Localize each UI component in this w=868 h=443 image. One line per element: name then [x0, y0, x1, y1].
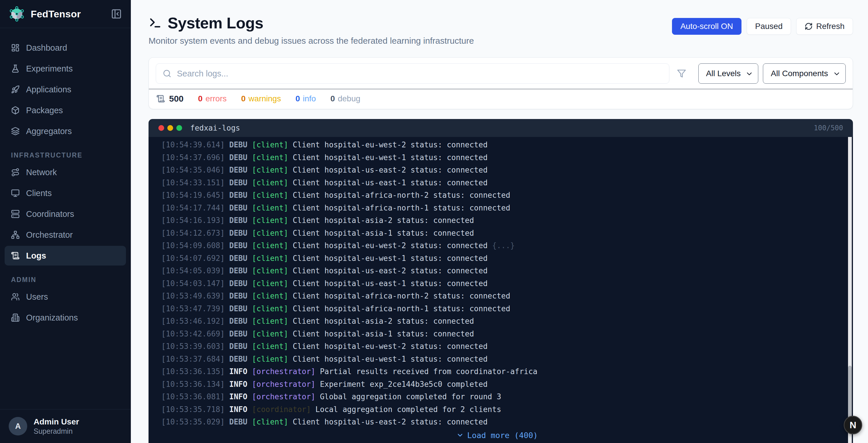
sidebar-item-orchestrator[interactable]: Orchestrator [5, 225, 126, 245]
route-icon [11, 168, 20, 177]
sidebar-item-applications[interactable]: Applications [5, 80, 126, 99]
log-timestamp: [10:54:09.608] [161, 241, 229, 250]
log-timestamp: [10:54:16.193] [161, 216, 229, 225]
search-input[interactable] [156, 63, 670, 84]
chevron-down-icon [833, 70, 841, 78]
log-message: Client hospital-africa-north-2 status: c… [293, 191, 510, 199]
load-more-button[interactable]: Load more (400) [161, 431, 833, 440]
terminal-scrollbar-track[interactable] [848, 137, 852, 443]
log-level: DEBU [229, 178, 252, 187]
log-level: DEBU [229, 304, 252, 313]
refresh-button[interactable]: Refresh [796, 18, 853, 35]
chevron-down-icon [456, 432, 464, 439]
log-line[interactable]: [10:54:19.645] DEBU [client] Client hosp… [161, 189, 833, 202]
log-line[interactable]: [10:54:33.151] DEBU [client] Client hosp… [161, 177, 833, 189]
log-timestamp: [10:53:36.134] [161, 380, 229, 388]
log-line[interactable]: [10:53:35.029] DEBU [client] Client hosp… [161, 416, 833, 429]
log-level: DEBU [229, 417, 252, 426]
log-component: [client] [252, 140, 293, 149]
log-line[interactable]: [10:54:17.744] DEBU [client] Client hosp… [161, 202, 833, 215]
sidebar-item-packages[interactable]: Packages [5, 100, 126, 120]
sidebar-item-dashboard[interactable]: Dashboard [5, 38, 126, 58]
sidebar-item-label: Coordinators [26, 209, 74, 219]
sidebar-item-users[interactable]: Users [5, 287, 126, 307]
log-line[interactable]: [10:54:16.193] DEBU [client] Client hosp… [161, 214, 833, 227]
log-lines: [10:54:39.614] DEBU [client] Client hosp… [161, 139, 833, 429]
log-message: Client hospital-us-east-1 status: connec… [293, 178, 488, 187]
log-component: [client] [252, 317, 293, 325]
sidebar-item-label: Organizations [26, 313, 78, 322]
log-level: DEBU [229, 266, 252, 275]
sidebar-item-label: Aggregators [26, 127, 72, 136]
sidebar-item-experiments[interactable]: Experiments [5, 59, 126, 78]
log-line[interactable]: [10:53:47.739] DEBU [client] Client hosp… [161, 303, 833, 315]
page-subtitle: Monitor system events and debug issues a… [149, 36, 474, 46]
log-level: DEBU [229, 355, 252, 363]
log-message: Client hospital-us-east-2 status: connec… [293, 166, 488, 174]
log-message: Client hospital-us-east-2 status: connec… [293, 417, 488, 426]
log-line[interactable]: [10:54:09.608] DEBU [client] Client hosp… [161, 240, 833, 252]
log-line[interactable]: [10:54:37.696] DEBU [client] Client hosp… [161, 152, 833, 164]
log-line[interactable]: [10:54:39.614] DEBU [client] Client hosp… [161, 139, 833, 152]
log-line[interactable]: [10:53:42.669] DEBU [client] Client hosp… [161, 328, 833, 341]
panel-collapse-icon [111, 8, 122, 20]
log-level: DEBU [229, 279, 252, 288]
monitor-icon [11, 189, 20, 197]
sidebar-item-organizations[interactable]: Organizations [5, 308, 126, 327]
log-extra: {...} [488, 241, 515, 250]
sidebar-item-network[interactable]: Network [5, 162, 126, 182]
sidebar-item-clients[interactable]: Clients [5, 183, 126, 203]
log-component: [client] [252, 241, 293, 250]
sidebar-collapse-button[interactable] [111, 8, 122, 20]
log-level: DEBU [229, 342, 252, 351]
log-line[interactable]: [10:54:07.692] DEBU [client] Client hosp… [161, 252, 833, 265]
log-line[interactable]: [10:53:36.135] INFO [orchestrator] Parti… [161, 366, 833, 378]
sidebar-item-logs[interactable]: Logs [5, 246, 126, 265]
window-traffic-lights [158, 125, 182, 131]
filter-card: All Levels All Components 500 0errors 0w… [149, 57, 853, 109]
sidebar-item-label: Logs [26, 251, 46, 261]
log-level: INFO [229, 367, 252, 376]
rocket-icon [11, 85, 20, 94]
sidebar-nav: Dashboard Experiments Applications Packa… [0, 28, 131, 409]
log-line[interactable]: [10:53:39.603] DEBU [client] Client hosp… [161, 340, 833, 353]
log-level: DEBU [229, 191, 252, 199]
package-icon [11, 106, 20, 115]
log-line[interactable]: [10:54:03.147] DEBU [client] Client hosp… [161, 277, 833, 290]
log-line[interactable]: [10:53:36.081] INFO [orchestrator] Globa… [161, 390, 833, 403]
log-message: Client hospital-eu-west-2 status: connec… [293, 342, 488, 351]
page-header: System Logs Monitor system events and de… [149, 14, 853, 46]
log-line[interactable]: [10:53:46.192] DEBU [client] Client hosp… [161, 315, 833, 328]
chevron-down-icon [745, 70, 753, 78]
log-line[interactable]: [10:53:36.134] INFO [orchestrator] Exper… [161, 378, 833, 391]
log-line[interactable]: [10:53:37.684] DEBU [client] Client hosp… [161, 353, 833, 366]
autoscroll-button[interactable]: Auto-scroll ON [672, 18, 742, 35]
log-line[interactable]: [10:53:35.718] INFO [coordinator] Local … [161, 403, 833, 416]
log-message: Client hospital-us-east-2 status: connec… [293, 266, 488, 275]
sidebar-item-label: Network [26, 168, 57, 177]
brand-row: FedTensor [0, 0, 131, 28]
layers-icon [11, 127, 20, 135]
user-profile[interactable]: A Admin User Superadmin [0, 409, 131, 443]
log-component: [client] [252, 355, 293, 363]
log-message: Client hospital-eu-west-1 status: connec… [293, 153, 488, 162]
terminal-title: fedxai-logs [190, 124, 240, 132]
user-role: Superadmin [34, 427, 79, 436]
component-select[interactable]: All Components [763, 63, 846, 84]
log-component: [orchestrator] [252, 380, 320, 388]
log-level: INFO [229, 405, 252, 414]
log-line[interactable]: [10:54:05.039] DEBU [client] Client hosp… [161, 265, 833, 277]
sidebar-item-coordinators[interactable]: Coordinators [5, 204, 126, 224]
log-line[interactable]: [10:54:12.673] DEBU [client] Client hosp… [161, 227, 833, 240]
log-component: [client] [252, 279, 293, 288]
sidebar-item-aggregators[interactable]: Aggregators [5, 121, 126, 141]
log-line[interactable]: [10:53:49.639] DEBU [client] Client hosp… [161, 290, 833, 303]
log-line[interactable]: [10:54:35.046] DEBU [client] Client hosp… [161, 164, 833, 177]
log-component: [coordinator] [252, 405, 315, 414]
log-timestamp: [10:54:19.645] [161, 191, 229, 199]
level-select[interactable]: All Levels [698, 63, 758, 84]
info-stat: 0info [295, 94, 316, 103]
dev-overlay-badge[interactable]: N [844, 416, 862, 434]
log-level: DEBU [229, 254, 252, 263]
paused-button[interactable]: Paused [747, 18, 791, 35]
